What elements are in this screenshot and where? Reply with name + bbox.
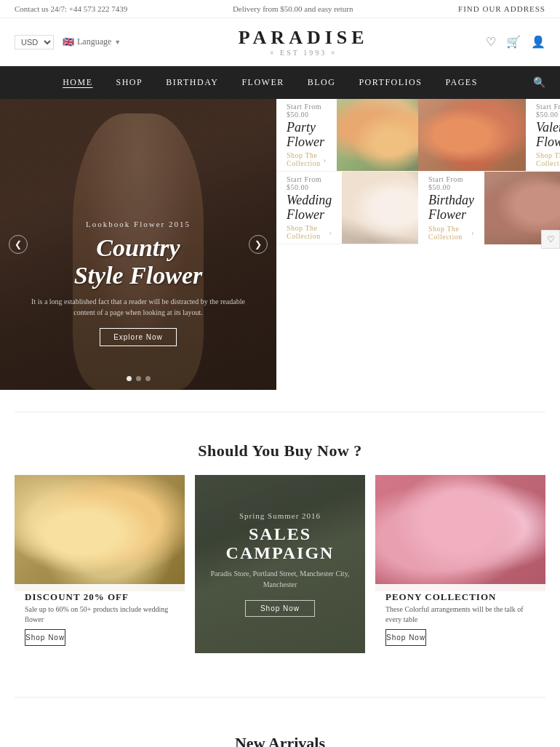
nav-shop[interactable]: SHOP [105,67,155,98]
divider-2 [15,697,545,698]
nav-pages[interactable]: PAGES [433,67,489,98]
panel-wedding-text: Start From $50.00 WeddingFlower Shop The… [276,175,342,241]
divider-1 [15,412,545,412]
cart-icon[interactable]: 🛒 [506,35,521,49]
nav-items: HOME SHOP BIRTHDAY FLOWER BLOG PORTFOLIO… [15,67,526,98]
hero-title: CountryStyle Flower [0,234,276,289]
account-icon[interactable]: 👤 [531,35,545,49]
campaign-shop-button[interactable]: Shop Now [245,600,315,617]
nav-birthday[interactable]: BIRTHDAY [154,67,230,98]
hero-description: It is a long established fact that a rea… [0,296,276,318]
hero-panel-birthday: Start From $50.00 BirthdayFlower Shop Th… [418,172,560,244]
lang-chevron-icon: ▼ [114,39,121,46]
peony-desc: These Colorful arrangements will be the … [385,604,535,625]
panel-party-title: PartyFlower [287,121,327,150]
panel-valentine-from: Start From $50.00 [536,103,560,119]
discount-card-image [15,475,185,591]
main-nav: HOME SHOP BIRTHDAY FLOWER BLOG PORTFOLIO… [0,66,560,99]
currency-selector[interactable]: USD EUR [15,35,54,49]
nav-search-icon[interactable]: 🔍 [526,66,545,99]
party-flower-image [337,99,418,172]
panel-birthday-text: Start From $50.00 BirthdayFlower Shop Th… [418,175,484,241]
hero-prev-arrow[interactable]: ❮ [9,235,28,254]
panel-valentine-text: Start From $50.00 ValentineFlower Shop T… [526,103,560,168]
discount-desc: Sale up to 60% on 50+ products include w… [25,604,175,625]
panel-party-text: Start From $50.00 PartyFlower Shop The C… [276,103,337,168]
hero-content: ✿ Lookbook Flower 2015 CountryStyle Flow… [0,220,276,346]
hero-main-slide: ✿ Lookbook Flower 2015 CountryStyle Flow… [0,99,276,390]
panel-party-arrow: › [324,156,327,164]
hero-panel-valentine: Start From $50.00 ValentineFlower Shop T… [418,99,560,172]
nav-flower[interactable]: FLOWER [230,67,295,98]
panel-birthday-arrow: › [471,228,474,236]
panel-party-from: Start From $50.00 [287,103,327,119]
peony-shop-button[interactable]: Shop Now [385,629,426,646]
buy-card-discount: DISCOUNT 20% OFF Sale up to 60% on 50+ p… [15,475,185,653]
hero-section: ✿ Lookbook Flower 2015 CountryStyle Flow… [0,99,560,390]
wedding-flower-image [342,172,418,244]
hero-explore-button[interactable]: Explore Now [100,328,177,346]
hero-panel-party: Start From $50.00 PartyFlower Shop The C… [276,99,418,172]
top-bar: Contact us 24/7: +44 573 222 7439 Delive… [0,0,560,18]
panel-birthday-from: Start From $50.00 [428,175,474,191]
peony-tag: PEONY COLLECTION [385,591,535,603]
site-logo[interactable]: PARADISE × EST 1993 × [239,27,369,57]
campaign-title: SALESCAMPAIGN [226,524,335,563]
nav-blog[interactable]: BLOG [296,67,348,98]
campaign-card-overlay: Spring Summer 2016 SALESCAMPAIGN Paradis… [195,475,365,653]
campaign-season: Spring Summer 2016 [239,511,321,520]
peony-card-overlay: PEONY COLLECTION These Colorful arrangem… [375,584,545,653]
header-icons: ♡ 🛒 👤 [486,35,545,49]
buy-section-title: Should You Buy Now ? [15,442,545,460]
buy-cards-container: DISCOUNT 20% OFF Sale up to 60% on 50+ p… [15,475,545,653]
discount-tag: DISCOUNT 20% OFF [25,591,175,603]
sidebar-wishlist-btn[interactable]: ♡ [541,230,560,249]
buy-card-peony: PEONY COLLECTION These Colorful arrangem… [375,475,545,653]
hero-subtitle: Lookbook Flower 2015 [0,220,276,228]
arrivals-section: New Arrivals It uses a dictionary of ove… [0,719,560,747]
hero-next-arrow[interactable]: ❯ [249,235,268,254]
nav-home[interactable]: HOME [51,67,104,98]
panel-wedding-title: WeddingFlower [287,193,332,223]
campaign-desc: Paradis Store, Portland Street, Manchest… [207,568,353,590]
buy-card-campaign: Spring Summer 2016 SALESCAMPAIGN Paradis… [195,475,365,653]
panel-wedding-arrow: › [329,228,332,236]
arrivals-title: New Arrivals [15,734,545,747]
valentine-flower-image [418,99,526,172]
wishlist-icon[interactable]: ♡ [486,35,496,49]
panel-valentine-link[interactable]: Shop The Collection › [536,151,560,167]
address-link[interactable]: FIND OUR ADDRESS [458,4,545,13]
panel-birthday-title: BirthdayFlower [428,193,474,223]
hero-dots [0,376,276,381]
panel-wedding-from: Start From $50.00 [287,175,332,191]
dot-2[interactable] [136,376,141,381]
language-selector[interactable]: 🇬🇧 Language ▼ [63,36,121,48]
header-left: USD EUR 🇬🇧 Language ▼ [15,35,121,49]
dot-1[interactable] [127,376,132,381]
peony-card-image [375,475,545,591]
buy-now-section: Should You Buy Now ? DISCOUNT 20% OFF Sa… [0,434,560,675]
panel-valentine-title: ValentineFlower [536,121,560,150]
dot-3[interactable] [145,376,151,381]
delivery-info: Delivery from $50.00 and easy return [233,4,353,13]
discount-card-overlay: DISCOUNT 20% OFF Sale up to 60% on 50+ p… [15,584,185,653]
contact-info: Contact us 24/7: +44 573 222 7439 [15,4,127,13]
hero-panels: Start From $50.00 PartyFlower Shop The C… [276,99,560,390]
site-header: USD EUR 🇬🇧 Language ▼ PARADISE × EST 199… [0,18,560,66]
panel-party-link[interactable]: Shop The Collection › [287,151,327,167]
panel-birthday-link[interactable]: Shop The Collection › [428,225,474,241]
hero-panel-wedding: Start From $50.00 WeddingFlower Shop The… [276,172,418,244]
discount-shop-button[interactable]: Shop Now [25,629,65,646]
nav-portfolios[interactable]: PORTFOLIOS [347,67,433,98]
panel-wedding-link[interactable]: Shop The Collection › [287,224,332,240]
